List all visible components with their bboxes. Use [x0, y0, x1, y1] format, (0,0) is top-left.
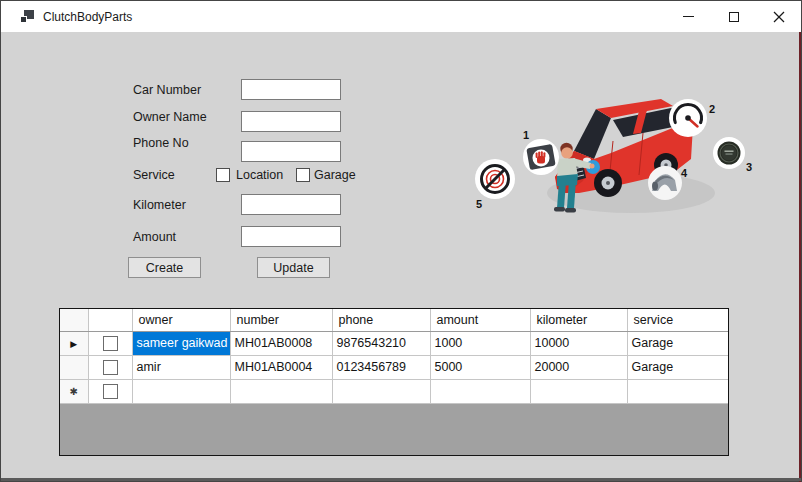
window-edge-artifact-right: [799, 32, 801, 482]
close-icon: [773, 11, 785, 23]
no-horn-icon: [475, 159, 515, 199]
cell-kilometer[interactable]: 20000: [530, 355, 627, 379]
grid-new-row: ✱: [60, 379, 728, 403]
location-checkbox-label: Location: [236, 168, 283, 182]
grid-column-header-kilometer[interactable]: kilometer: [530, 309, 627, 331]
window-controls: [666, 1, 801, 32]
grid-column-header-phone[interactable]: phone: [332, 309, 430, 331]
car-number-input[interactable]: [241, 79, 341, 100]
grid-column-header-amount[interactable]: amount: [430, 309, 530, 331]
cell-service[interactable]: Garage: [627, 355, 728, 379]
car-number-label: Car Number: [133, 83, 201, 97]
cell-phone-empty[interactable]: [332, 379, 430, 403]
grid-header-row: owner number phone amount kilometer serv…: [60, 309, 728, 331]
create-button[interactable]: Create: [128, 257, 201, 278]
cell-kilometer[interactable]: 10000: [530, 331, 627, 355]
badge-number-3: 3: [746, 161, 752, 173]
row-0-checkbox[interactable]: [103, 336, 118, 351]
grid-column-header-owner[interactable]: owner: [132, 309, 230, 331]
cell-number-empty[interactable]: [230, 379, 332, 403]
brake-pad-hand-icon: [523, 139, 559, 175]
row-1-checkbox-cell: [88, 355, 132, 379]
cell-service-empty[interactable]: [627, 379, 728, 403]
grid-corner-header[interactable]: [60, 309, 88, 331]
window-edge-artifact-bottom: [1, 478, 801, 481]
cell-number[interactable]: MH01AB0008: [230, 331, 332, 355]
new-row-checkbox-cell: [88, 379, 132, 403]
app-window: ClutchBodyParts Car Number Owner Name Ph…: [0, 0, 802, 482]
grid-checkbox-column-header[interactable]: [88, 309, 132, 331]
new-row-header[interactable]: ✱: [60, 379, 88, 403]
amount-label: Amount: [133, 230, 176, 244]
cell-service[interactable]: Garage: [627, 331, 728, 355]
row-header-current[interactable]: ▶: [60, 331, 88, 355]
row-0-checkbox-cell: [88, 331, 132, 355]
title-bar[interactable]: ClutchBodyParts: [1, 1, 801, 32]
badge-number-1: 1: [523, 129, 529, 141]
garage-checkbox[interactable]: [296, 168, 310, 182]
grid-row-0: ▶ sameer gaikwad MH01AB0008 9876543210 1…: [60, 331, 728, 355]
kilometer-label: Kilometer: [133, 198, 186, 212]
cell-owner[interactable]: amir: [132, 355, 230, 379]
badge-number-5: 5: [476, 198, 482, 210]
service-label: Service: [133, 168, 175, 182]
grid-column-header-service[interactable]: service: [627, 309, 728, 331]
cell-number[interactable]: MH01AB0004: [230, 355, 332, 379]
cell-owner[interactable]: sameer gaikwad: [132, 331, 230, 355]
grid-column-header-number[interactable]: number: [230, 309, 332, 331]
current-row-arrow-icon: ▶: [70, 339, 77, 349]
badge-number-2: 2: [709, 103, 715, 115]
cell-phone[interactable]: 0123456789: [332, 355, 430, 379]
garage-checkbox-label: Garage: [314, 168, 356, 182]
cell-amount[interactable]: 5000: [430, 355, 530, 379]
app-icon: [19, 9, 35, 25]
new-row-marker-icon: ✱: [70, 386, 78, 397]
cell-phone[interactable]: 9876543210: [332, 331, 430, 355]
owner-name-label: Owner Name: [133, 110, 207, 124]
maximize-button[interactable]: [711, 1, 756, 32]
minimize-button[interactable]: [666, 1, 711, 32]
amount-input[interactable]: [241, 226, 341, 247]
cell-owner-empty[interactable]: [132, 379, 230, 403]
engine-start-button-icon: [713, 137, 745, 169]
phone-no-input[interactable]: [241, 141, 341, 162]
owner-name-input[interactable]: [241, 111, 341, 132]
maximize-icon: [729, 12, 739, 22]
window-title: ClutchBodyParts: [43, 10, 132, 24]
car-service-illustration: 1 2 3 4: [461, 81, 771, 241]
records-grid: owner number phone amount kilometer serv…: [59, 308, 729, 456]
kilometer-input[interactable]: [241, 194, 341, 215]
location-checkbox[interactable]: [216, 168, 230, 182]
update-button[interactable]: Update: [257, 257, 330, 278]
row-1-checkbox[interactable]: [103, 360, 118, 375]
fender-part-icon: [648, 166, 682, 200]
cell-amount[interactable]: 1000: [430, 331, 530, 355]
badge-number-4: 4: [681, 167, 688, 179]
cell-amount-empty[interactable]: [430, 379, 530, 403]
grid-row-1: amir MH01AB0004 0123456789 5000 20000 Ga…: [60, 355, 728, 379]
close-button[interactable]: [756, 1, 801, 32]
minimize-icon: [683, 16, 694, 17]
row-header[interactable]: [60, 355, 88, 379]
speedometer-icon: [669, 99, 707, 137]
cell-kilometer-empty[interactable]: [530, 379, 627, 403]
phone-no-label: Phone No: [133, 136, 189, 150]
new-row-checkbox[interactable]: [103, 384, 118, 399]
